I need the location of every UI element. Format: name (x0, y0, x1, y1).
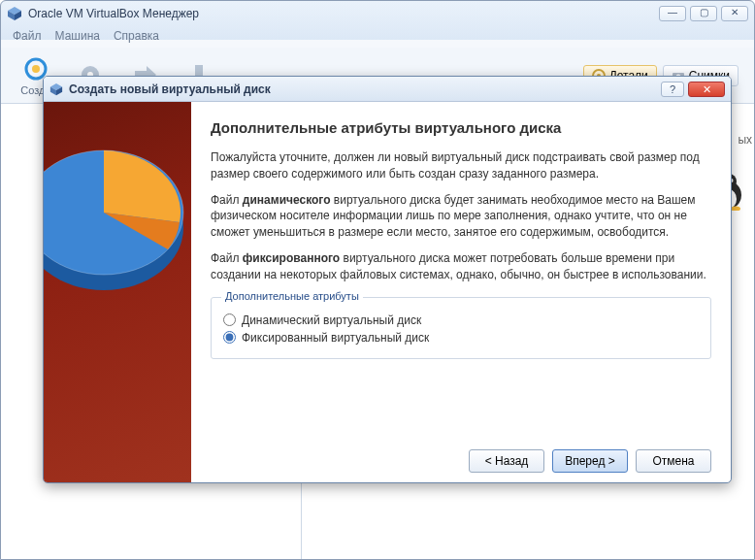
storage-type-group: Дополнительные атрибуты Динамический вир… (211, 297, 711, 359)
menu-file[interactable]: Файл (13, 29, 42, 45)
radio-fixed-label: Фиксированный виртуальный диск (242, 331, 429, 345)
window-title: Oracle VM VirtualBox Менеджер (28, 7, 659, 20)
menu-machine[interactable]: Машина (55, 29, 100, 45)
pie-chart-icon (43, 135, 189, 306)
radio-dynamic[interactable]: Динамический виртуальный диск (223, 313, 699, 327)
minimize-button[interactable]: — (659, 6, 686, 21)
virtualbox-icon (7, 6, 22, 21)
dialog-content: Дополнительные атрибуты виртуального дис… (191, 102, 731, 482)
detail-hint: ых (738, 133, 752, 147)
dialog-close-button[interactable]: ✕ (688, 82, 725, 97)
radio-fixed-input[interactable] (223, 331, 236, 344)
dialog-paragraph-2: Файл динамического виртуального диска бу… (211, 192, 711, 241)
dialog-buttons: < Назад Вперед > Отмена (211, 436, 711, 473)
create-disk-dialog: Создать новый виртуальный диск ? ✕ Допол… (43, 76, 732, 483)
dialog-paragraph-3: Файл фиксированного виртуального диска м… (211, 250, 711, 283)
dialog-sidebar-image (44, 102, 191, 482)
radio-dynamic-label: Динамический виртуальный диск (242, 313, 421, 327)
dialog-heading: Дополнительные атрибуты виртуального дис… (211, 119, 711, 136)
svg-point-4 (32, 65, 40, 73)
cancel-button[interactable]: Отмена (636, 449, 711, 473)
dialog-paragraph-1: Пожалуйста уточните, должен ли новый вир… (211, 149, 711, 182)
dialog-help-button[interactable]: ? (661, 82, 684, 97)
maximize-button[interactable]: ▢ (690, 6, 717, 21)
close-button[interactable]: ✕ (721, 6, 748, 21)
dialog-titlebar: Создать новый виртуальный диск ? ✕ (44, 77, 731, 102)
menubar: Файл Машина Справка (1, 26, 754, 48)
radio-dynamic-input[interactable] (223, 313, 236, 326)
group-legend: Дополнительные атрибуты (221, 290, 363, 302)
titlebar: Oracle VM VirtualBox Менеджер — ▢ ✕ (1, 1, 754, 26)
radio-fixed[interactable]: Фиксированный виртуальный диск (223, 331, 699, 345)
dialog-title: Создать новый виртуальный диск (69, 82, 661, 96)
virtualbox-icon (49, 82, 63, 96)
window-controls: — ▢ ✕ (659, 6, 748, 21)
back-button[interactable]: < Назад (469, 449, 544, 473)
next-button[interactable]: Вперед > (552, 449, 628, 473)
menu-help[interactable]: Справка (114, 29, 159, 45)
